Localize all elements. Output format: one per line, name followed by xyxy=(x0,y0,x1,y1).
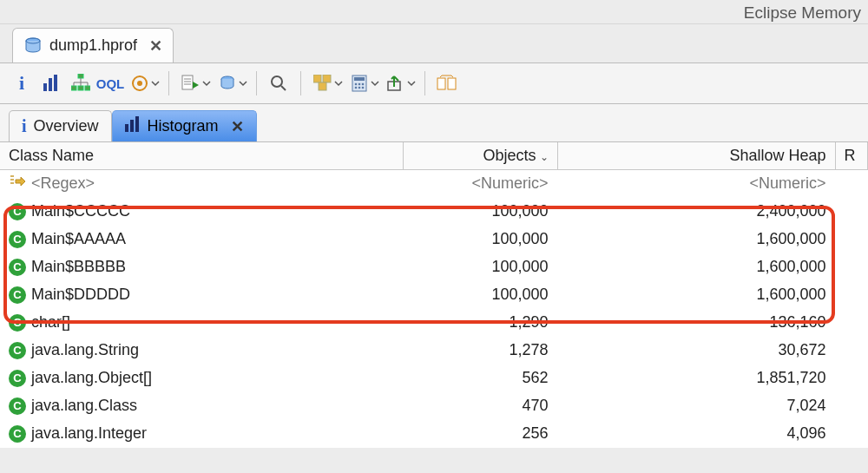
chevron-down-icon xyxy=(371,79,379,88)
chevron-down-icon xyxy=(334,79,343,88)
class-icon: C xyxy=(9,286,26,304)
table-row[interactable]: CMain$BBBBB100,0001,600,000 xyxy=(0,253,868,281)
class-icon: C xyxy=(9,370,26,387)
table-row[interactable]: CMain$CCCCC100,0002,400,000 xyxy=(0,198,868,226)
svg-rect-14 xyxy=(313,75,321,82)
shallow-heap-cell: 1,600,000 xyxy=(557,226,835,253)
shallow-heap-cell: 2,400,000 xyxy=(557,198,835,226)
class-name-cell: Main$DDDDD xyxy=(31,286,130,304)
info-icon[interactable]: i xyxy=(9,70,35,96)
window-titlebar: Eclipse Memory xyxy=(0,0,868,24)
objects-cell: 100,000 xyxy=(403,226,557,253)
filter-objects[interactable]: <Numeric> xyxy=(403,170,557,198)
svg-point-19 xyxy=(355,83,358,86)
toolbar-separator xyxy=(424,71,425,95)
group-by-dropdown[interactable] xyxy=(310,70,343,96)
dominator-tree-icon[interactable] xyxy=(68,70,94,96)
svg-rect-28 xyxy=(125,124,128,132)
objects-cell: 1,290 xyxy=(403,309,557,337)
oql-icon[interactable]: OQL xyxy=(97,70,123,96)
svg-rect-11 xyxy=(182,76,193,89)
filter-row[interactable]: <Regex> <Numeric> <Numeric> xyxy=(0,170,868,198)
class-name-cell: java.lang.String xyxy=(31,341,139,359)
svg-rect-8 xyxy=(85,86,90,90)
info-icon: i xyxy=(22,116,27,136)
export-dropdown[interactable] xyxy=(383,70,416,96)
file-tab-dump1[interactable]: dump1.hprof ✕ xyxy=(12,28,174,62)
shallow-heap-cell: 30,672 xyxy=(557,337,835,365)
shallow-heap-cell: 4,096 xyxy=(557,420,835,448)
col-shallow-heap[interactable]: Shallow Heap xyxy=(557,142,835,170)
svg-rect-6 xyxy=(71,86,76,90)
svg-rect-27 xyxy=(448,78,456,89)
table-row[interactable]: Cjava.lang.Object[]5621,851,720 xyxy=(0,365,868,392)
tab-label: Overview xyxy=(34,117,99,135)
class-icon: C xyxy=(9,425,26,443)
svg-point-10 xyxy=(137,81,142,86)
class-icon: C xyxy=(9,203,26,220)
svg-rect-2 xyxy=(43,83,47,91)
class-name-cell: Main$AAAAA xyxy=(31,230,126,248)
chevron-down-icon xyxy=(239,79,247,88)
table-row[interactable]: Cjava.lang.String1,27830,672 xyxy=(0,337,868,365)
svg-point-23 xyxy=(358,87,361,89)
col-class-name[interactable]: Class Name xyxy=(0,142,403,170)
filter-classname[interactable]: <Regex> xyxy=(31,174,95,193)
query-browser-dropdown[interactable] xyxy=(214,70,247,96)
search-icon[interactable] xyxy=(266,70,292,96)
chevron-down-icon xyxy=(407,79,416,88)
file-tab-strip: dump1.hprof ✕ xyxy=(0,24,868,62)
histogram-icon[interactable] xyxy=(38,70,64,96)
svg-rect-18 xyxy=(354,77,365,81)
histogram-table: Class Name Objects⌄ Shallow Heap R <Rege… xyxy=(0,142,868,448)
class-name-cell: java.lang.Class xyxy=(31,397,137,415)
toolbar-separator xyxy=(256,71,257,95)
thread-overview-dropdown[interactable] xyxy=(127,70,160,96)
sort-desc-icon: ⌄ xyxy=(536,151,549,163)
objects-cell: 100,000 xyxy=(403,281,557,309)
shallow-heap-cell: 7,024 xyxy=(557,392,835,420)
class-name-cell: java.lang.Integer xyxy=(31,424,147,443)
tab-histogram[interactable]: Histogram ✕ xyxy=(112,110,257,141)
svg-rect-16 xyxy=(319,82,326,90)
run-report-dropdown[interactable] xyxy=(178,70,211,96)
table-row[interactable]: Cjava.lang.Integer2564,096 xyxy=(0,420,868,448)
objects-cell: 562 xyxy=(403,365,557,392)
chevron-down-icon xyxy=(151,79,160,88)
objects-cell: 100,000 xyxy=(403,253,557,281)
svg-rect-3 xyxy=(49,78,52,91)
table-row[interactable]: Cjava.lang.Class4707,024 xyxy=(0,392,868,420)
svg-rect-26 xyxy=(437,78,445,89)
col-retained-heap[interactable]: R xyxy=(835,142,868,170)
class-icon: C xyxy=(9,314,26,332)
shallow-heap-cell: 1,600,000 xyxy=(557,281,835,309)
svg-point-13 xyxy=(272,76,282,87)
view-tab-strip: i Overview Histogram ✕ xyxy=(0,104,868,142)
table-row[interactable]: Cchar[]1,290136,160 xyxy=(0,309,868,337)
compare-icon[interactable] xyxy=(434,70,460,96)
filter-shallow[interactable]: <Numeric> xyxy=(557,170,835,198)
class-icon: C xyxy=(9,342,26,359)
col-objects[interactable]: Objects⌄ xyxy=(403,142,557,170)
class-icon: C xyxy=(9,259,26,276)
tab-overview[interactable]: i Overview xyxy=(9,110,112,141)
svg-rect-30 xyxy=(135,116,139,132)
svg-point-24 xyxy=(362,87,365,89)
shallow-heap-cell: 1,600,000 xyxy=(557,253,835,281)
tab-label: Histogram xyxy=(148,117,219,135)
objects-cell: 470 xyxy=(403,392,557,420)
svg-rect-15 xyxy=(323,75,331,82)
class-name-cell: Main$CCCCC xyxy=(31,202,130,220)
close-icon[interactable]: ✕ xyxy=(144,36,162,56)
toolbar-separator xyxy=(168,71,169,95)
svg-point-21 xyxy=(362,83,365,86)
table-row[interactable]: CMain$DDDDD100,0001,600,000 xyxy=(0,281,868,309)
toolbar-separator xyxy=(300,71,301,95)
objects-cell: 1,278 xyxy=(403,337,557,365)
class-icon: C xyxy=(9,397,26,415)
file-tab-label: dump1.hprof xyxy=(49,36,137,55)
close-icon[interactable]: ✕ xyxy=(226,117,244,136)
svg-rect-7 xyxy=(78,86,83,90)
calculator-dropdown[interactable] xyxy=(346,70,379,96)
table-row[interactable]: CMain$AAAAA100,0001,600,000 xyxy=(0,226,868,253)
